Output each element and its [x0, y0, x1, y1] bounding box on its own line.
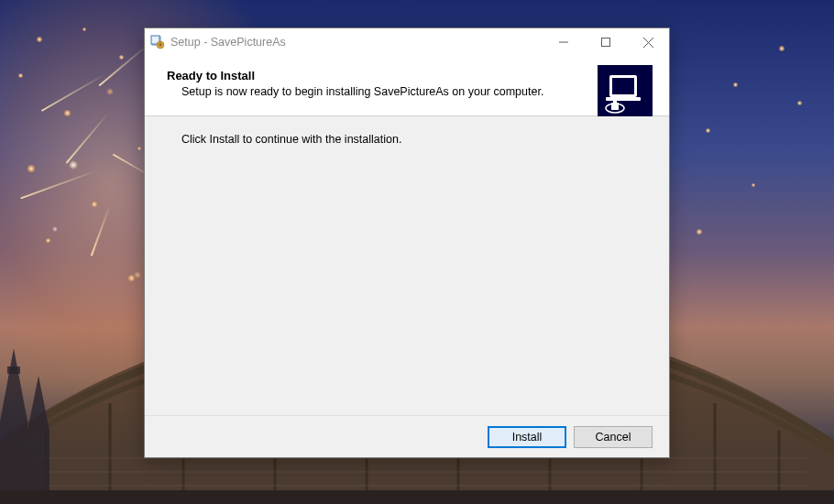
svg-rect-24 [606, 97, 641, 101]
svg-rect-14 [0, 490, 834, 504]
wizard-body: Click Install to continue with the insta… [145, 116, 669, 415]
page-description: Setup is now ready to begin installing S… [167, 85, 588, 98]
wizard-header: Ready to Install Setup is now ready to b… [145, 56, 669, 116]
window-controls [543, 28, 669, 56]
cancel-button[interactable]: Cancel [574, 426, 653, 448]
install-button[interactable]: Install [488, 426, 566, 448]
window-title: Setup - SavePictureAs [170, 36, 543, 49]
setup-computer-icon [598, 65, 653, 120]
maximize-button[interactable] [585, 28, 627, 56]
svg-rect-23 [612, 78, 634, 94]
minimize-button[interactable] [543, 28, 585, 56]
instruction-text: Click Install to continue with the insta… [181, 133, 647, 146]
svg-rect-13 [7, 367, 20, 374]
svg-rect-27 [613, 97, 617, 104]
svg-rect-19 [602, 38, 610, 47]
wizard-footer: Install Cancel [145, 415, 669, 457]
setup-window: Setup - SavePictureAs Ready to Install S… [144, 27, 670, 458]
installer-icon [150, 35, 165, 49]
desktop-background: Setup - SavePictureAs Ready to Install S… [0, 0, 834, 504]
titlebar[interactable]: Setup - SavePictureAs [145, 28, 669, 56]
close-button[interactable] [627, 28, 669, 56]
page-title: Ready to Install [167, 69, 588, 82]
